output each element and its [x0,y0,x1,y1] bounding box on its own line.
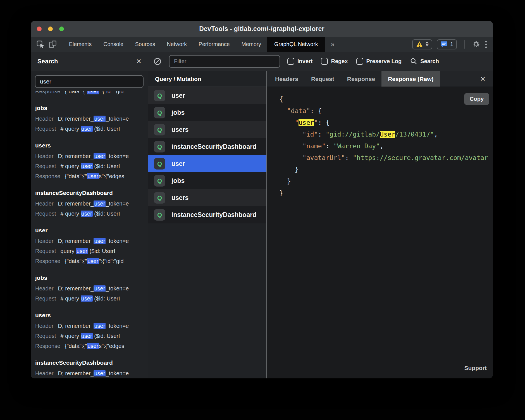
titlebar[interactable]: DevTools - gitlab.com/-/graphql-explorer [31,21,493,37]
query-row-label: jobs [171,109,185,116]
tab-sources[interactable]: Sources [129,37,161,52]
checkbox-invert[interactable]: Invert [287,58,312,65]
detail-tab-response-raw[interactable]: Response (Raw) [381,71,440,87]
result-group-user: userHeaderD; remember_user_token=eReques… [35,225,148,266]
toolbar-divider [60,40,60,49]
detail-tab-response[interactable]: Response [341,71,381,87]
support-label[interactable]: Support [464,362,487,374]
search-input[interactable] [35,75,144,88]
result-line-header[interactable]: HeaderD; remember_user_token=e [35,199,148,209]
clear-log-icon[interactable] [153,57,162,66]
query-row-user[interactable]: Quser [148,87,266,104]
result-group-title[interactable]: instanceSecurityDashboard [35,187,148,199]
json-line: "id": "gid://gitlab/User/13704317", [279,128,493,140]
checkbox-regex[interactable]: Regex [321,58,348,65]
search-panel-title: Search [37,58,58,65]
result-line-request[interactable]: Request# query user ($id: UserI [35,161,148,171]
result-line-label: Response [35,258,60,264]
detail-tab-request[interactable]: Request [305,71,341,87]
query-row-jobs[interactable]: Qjobs [148,104,266,121]
result-line-header[interactable]: HeaderD; remember_user_token=e [35,368,148,378]
search-result-clipped-row[interactable]: Response{"data":{"user":{"id":"gid [35,91,148,96]
settings-gear-icon[interactable] [472,40,480,49]
json-line: "avatarUrl": "https://secure.gravatar.co… [279,152,493,164]
result-group-title[interactable]: users [35,140,148,151]
query-row-label: users [171,126,188,133]
result-line-label: Header [35,370,54,376]
result-line-label: Header [35,116,54,122]
result-group-title[interactable]: jobs [35,272,148,283]
result-group-title[interactable]: users [35,310,148,321]
close-window-button[interactable] [37,27,42,31]
detail-tab-strip: HeadersRequestResponseResponse (Raw) ✕ [267,71,493,87]
result-group-instancesecuritydashboard: instanceSecurityDashboardHeaderD; rememb… [35,187,148,219]
copy-button[interactable]: Copy [464,93,489,105]
result-line-header[interactable]: HeaderD; remember_user_token=e [35,236,148,246]
message-icon [440,41,448,48]
more-tabs-chevron-icon[interactable]: » [325,37,340,52]
toolbar-search[interactable]: Search [410,58,439,65]
result-line-header[interactable]: HeaderD; remember_user_token=e [35,321,148,331]
json-viewer: { "data": { "user": { "id": "gid://gitla… [279,93,493,199]
toolbar-search-label: Search [420,58,439,65]
search-match-highlight: user [94,153,106,159]
query-row-user[interactable]: Quser [148,155,266,172]
detail-tab-headers[interactable]: Headers [269,71,305,87]
query-row-instancesecuritydashboard[interactable]: QinstanceSecurityDashboard [148,206,266,223]
message-badge[interactable]: 1 [437,39,457,49]
result-line-request[interactable]: Request# query user ($id: UserI [35,124,148,134]
result-group-title[interactable]: user [35,225,148,236]
result-line-header[interactable]: HeaderD; remember_user_token=e [35,114,148,124]
result-line-header[interactable]: HeaderD; remember_user_token=e [35,151,148,161]
minimize-window-button[interactable] [48,27,53,31]
result-line-response[interactable]: Response{"data":{"users":{"edges [35,171,148,181]
result-line-header[interactable]: HeaderD; remember_user_token=e [35,283,148,293]
result-line-request[interactable]: Request# query user ($id: UserI [35,331,148,341]
filter-input[interactable] [169,55,280,68]
checkbox-box[interactable] [321,58,328,65]
query-mutation-header: Query / Mutation [148,71,266,87]
result-line-response[interactable]: Response{"data":{"user":{"id":"gid [35,256,148,266]
result-line-response[interactable]: Response{"data":{"users":{"edges [35,341,148,351]
device-toolbar-icon[interactable] [49,40,57,49]
detail-close-icon[interactable]: ✕ [480,76,486,82]
search-match-highlight: user [94,323,106,329]
tab-graphql-network[interactable]: GraphQL Network [267,37,325,52]
tab-memory[interactable]: Memory [236,37,267,52]
search-match-highlight: user [87,258,99,264]
tab-elements[interactable]: Elements [63,37,97,52]
query-row-jobs[interactable]: Qjobs [148,172,266,189]
inspect-element-icon[interactable] [36,40,45,49]
search-match-highlight: user [81,211,93,217]
search-panel-close-icon[interactable]: ✕ [136,58,142,65]
query-type-badge: Q [154,158,165,170]
query-row-users[interactable]: Qusers [148,189,266,206]
result-line-request[interactable]: Request# query user ($id: UserI [35,209,148,219]
checkbox-box[interactable] [356,58,363,65]
query-type-badge: Q [154,124,165,135]
result-line-label: Response [35,91,60,94]
checkbox-box[interactable] [287,58,294,65]
search-match-highlight: user [94,370,106,376]
query-row-users[interactable]: Qusers [148,121,266,138]
result-line-label: Request [35,211,56,217]
checkbox-preserve-log[interactable]: Preserve Log [356,58,402,65]
tab-network[interactable]: Network [161,37,193,52]
result-line-response[interactable]: Response{"data":{"user":{"id":"gid [35,91,124,96]
result-line-request[interactable]: Request# query user ($id: UserI [35,293,148,304]
result-group-title[interactable]: jobs [35,102,148,114]
query-row-instancesecuritydashboard[interactable]: QinstanceSecurityDashboard [148,138,266,155]
tab-performance[interactable]: Performance [193,37,236,52]
tab-console[interactable]: Console [97,37,129,52]
zoom-window-button[interactable] [59,27,64,31]
warning-count: 9 [426,41,429,47]
more-menu-kebab-icon[interactable] [485,40,487,49]
query-mutation-panel: Query / Mutation QuserQjobsQusersQinstan… [148,71,267,378]
devtools-window: DevTools - gitlab.com/-/graphql-explorer… [31,21,493,378]
query-type-badge: Q [154,175,165,187]
result-group-title[interactable]: instanceSecurityDashboard [35,357,148,368]
result-line-request[interactable]: Requestquery user ($id: UserI [35,246,148,256]
query-row-label: users [171,194,188,202]
warning-badge[interactable]: 9 [412,39,432,49]
result-line-label: Response [35,173,60,179]
